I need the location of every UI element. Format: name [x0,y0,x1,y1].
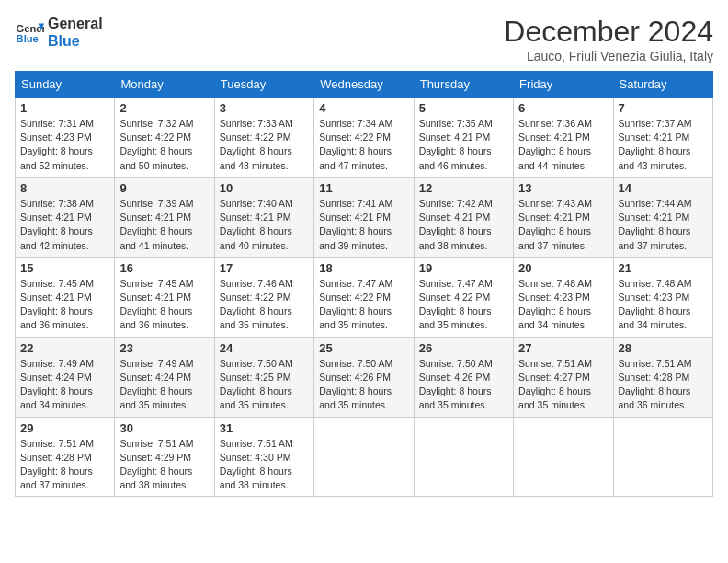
calendar-table: SundayMondayTuesdayWednesdayThursdayFrid… [15,71,713,497]
calendar-cell: 6Sunrise: 7:36 AMSunset: 4:21 PMDaylight… [514,98,613,178]
calendar-cell: 19Sunrise: 7:47 AMSunset: 4:22 PMDayligh… [414,257,513,337]
day-number: 20 [518,261,608,275]
day-number: 6 [518,101,608,115]
logo-line2: Blue [48,32,103,50]
weekday-header-saturday: Saturday [613,72,712,98]
day-info: Sunrise: 7:49 AMSunset: 4:24 PMDaylight:… [119,357,209,413]
day-info: Sunrise: 7:41 AMSunset: 4:21 PMDaylight:… [319,197,408,253]
day-info: Sunrise: 7:34 AMSunset: 4:22 PMDaylight:… [319,117,408,173]
day-info: Sunrise: 7:50 AMSunset: 4:26 PMDaylight:… [319,357,408,413]
day-number: 15 [20,261,109,275]
day-info: Sunrise: 7:49 AMSunset: 4:24 PMDaylight:… [20,357,109,413]
day-info: Sunrise: 7:45 AMSunset: 4:21 PMDaylight:… [20,277,109,333]
day-number: 22 [20,341,109,355]
day-number: 18 [319,261,408,275]
calendar-cell [414,417,513,497]
calendar-cell: 26Sunrise: 7:50 AMSunset: 4:26 PMDayligh… [414,337,513,417]
weekday-header-tuesday: Tuesday [214,72,313,98]
logo-icon: General Blue [15,17,44,47]
day-info: Sunrise: 7:38 AMSunset: 4:21 PMDaylight:… [20,197,109,253]
day-info: Sunrise: 7:48 AMSunset: 4:23 PMDaylight:… [619,277,708,333]
weekday-header-thursday: Thursday [414,72,513,98]
day-number: 25 [319,341,408,355]
calendar-cell: 21Sunrise: 7:48 AMSunset: 4:23 PMDayligh… [613,257,712,337]
calendar-cell: 30Sunrise: 7:51 AMSunset: 4:29 PMDayligh… [115,417,214,497]
day-number: 8 [20,181,109,195]
location-subtitle: Lauco, Friuli Venezia Giulia, Italy [504,49,713,63]
calendar-week-2: 8Sunrise: 7:38 AMSunset: 4:21 PMDaylight… [16,177,713,257]
day-number: 21 [619,261,708,275]
day-number: 26 [419,341,508,355]
day-info: Sunrise: 7:36 AMSunset: 4:21 PMDaylight:… [518,117,608,173]
day-number: 7 [619,101,708,115]
calendar-cell: 4Sunrise: 7:34 AMSunset: 4:22 PMDaylight… [314,98,414,178]
calendar-cell: 8Sunrise: 7:38 AMSunset: 4:21 PMDaylight… [16,177,115,257]
day-number: 14 [619,181,708,195]
day-info: Sunrise: 7:50 AMSunset: 4:26 PMDaylight:… [419,357,508,413]
calendar-cell: 5Sunrise: 7:35 AMSunset: 4:21 PMDaylight… [414,98,513,178]
calendar-cell: 14Sunrise: 7:44 AMSunset: 4:21 PMDayligh… [613,177,712,257]
calendar-week-5: 29Sunrise: 7:51 AMSunset: 4:28 PMDayligh… [16,417,713,497]
calendar-cell: 12Sunrise: 7:42 AMSunset: 4:21 PMDayligh… [414,177,513,257]
calendar-week-4: 22Sunrise: 7:49 AMSunset: 4:24 PMDayligh… [16,337,713,417]
calendar-cell: 23Sunrise: 7:49 AMSunset: 4:24 PMDayligh… [115,337,214,417]
day-number: 11 [319,181,408,195]
calendar-cell: 1Sunrise: 7:31 AMSunset: 4:23 PMDaylight… [16,98,115,178]
day-number: 31 [220,421,309,435]
weekday-header-monday: Monday [115,72,214,98]
calendar-cell [514,417,613,497]
calendar-cell: 24Sunrise: 7:50 AMSunset: 4:25 PMDayligh… [214,337,313,417]
day-number: 29 [20,421,109,435]
day-info: Sunrise: 7:42 AMSunset: 4:21 PMDaylight:… [419,197,508,253]
day-number: 27 [518,341,608,355]
day-number: 2 [119,101,209,115]
calendar-cell: 10Sunrise: 7:40 AMSunset: 4:21 PMDayligh… [214,177,313,257]
calendar-cell [613,417,712,497]
calendar-cell: 9Sunrise: 7:39 AMSunset: 4:21 PMDaylight… [115,177,214,257]
calendar-cell: 27Sunrise: 7:51 AMSunset: 4:27 PMDayligh… [514,337,613,417]
page-header: General Blue General Blue December 2024 … [15,15,713,63]
day-info: Sunrise: 7:51 AMSunset: 4:28 PMDaylight:… [20,437,109,493]
day-info: Sunrise: 7:33 AMSunset: 4:22 PMDaylight:… [220,117,309,173]
day-number: 3 [220,101,309,115]
weekday-header-sunday: Sunday [16,72,115,98]
day-info: Sunrise: 7:39 AMSunset: 4:21 PMDaylight:… [119,197,209,253]
day-number: 4 [319,101,408,115]
day-info: Sunrise: 7:47 AMSunset: 4:22 PMDaylight:… [319,277,408,333]
calendar-cell: 16Sunrise: 7:45 AMSunset: 4:21 PMDayligh… [115,257,214,337]
day-number: 5 [419,101,508,115]
calendar-header-row: SundayMondayTuesdayWednesdayThursdayFrid… [16,72,713,98]
calendar-cell: 2Sunrise: 7:32 AMSunset: 4:22 PMDaylight… [115,98,214,178]
day-number: 28 [619,341,708,355]
calendar-cell: 15Sunrise: 7:45 AMSunset: 4:21 PMDayligh… [16,257,115,337]
day-info: Sunrise: 7:51 AMSunset: 4:29 PMDaylight:… [119,437,209,493]
day-info: Sunrise: 7:45 AMSunset: 4:21 PMDaylight:… [119,277,209,333]
day-info: Sunrise: 7:44 AMSunset: 4:21 PMDaylight:… [619,197,708,253]
logo-line1: General [48,15,103,32]
calendar-body: 1Sunrise: 7:31 AMSunset: 4:23 PMDaylight… [16,98,713,497]
calendar-cell: 13Sunrise: 7:43 AMSunset: 4:21 PMDayligh… [514,177,613,257]
day-number: 13 [518,181,608,195]
calendar-cell: 3Sunrise: 7:33 AMSunset: 4:22 PMDaylight… [214,98,313,178]
day-info: Sunrise: 7:46 AMSunset: 4:22 PMDaylight:… [220,277,309,333]
day-number: 9 [119,181,209,195]
calendar-cell: 29Sunrise: 7:51 AMSunset: 4:28 PMDayligh… [16,417,115,497]
day-info: Sunrise: 7:48 AMSunset: 4:23 PMDaylight:… [518,277,608,333]
calendar-cell: 20Sunrise: 7:48 AMSunset: 4:23 PMDayligh… [514,257,613,337]
day-number: 30 [119,421,209,435]
day-info: Sunrise: 7:51 AMSunset: 4:30 PMDaylight:… [220,437,309,493]
day-info: Sunrise: 7:43 AMSunset: 4:21 PMDaylight:… [518,197,608,253]
calendar-cell: 31Sunrise: 7:51 AMSunset: 4:30 PMDayligh… [214,417,313,497]
weekday-header-wednesday: Wednesday [314,72,414,98]
calendar-cell: 25Sunrise: 7:50 AMSunset: 4:26 PMDayligh… [314,337,414,417]
calendar-cell [314,417,414,497]
calendar-week-1: 1Sunrise: 7:31 AMSunset: 4:23 PMDaylight… [16,98,713,178]
day-number: 12 [419,181,508,195]
day-info: Sunrise: 7:51 AMSunset: 4:28 PMDaylight:… [619,357,708,413]
month-title: December 2024 [504,15,713,49]
day-number: 19 [419,261,508,275]
day-number: 17 [220,261,309,275]
calendar-week-3: 15Sunrise: 7:45 AMSunset: 4:21 PMDayligh… [16,257,713,337]
day-number: 1 [20,101,109,115]
title-block: December 2024 Lauco, Friuli Venezia Giul… [504,15,713,63]
